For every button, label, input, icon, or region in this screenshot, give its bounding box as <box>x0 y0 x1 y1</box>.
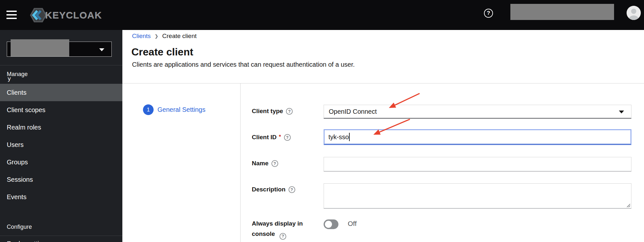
section-divider <box>122 83 644 83</box>
page-title: Create client <box>131 46 193 58</box>
hamburger-menu-icon[interactable] <box>6 11 17 19</box>
caret-down-icon <box>619 111 624 113</box>
name-label: Name ? <box>252 160 278 167</box>
sidebar-item-realm-settings[interactable]: Realm settings <box>7 240 49 242</box>
client-id-value: tyk-sso <box>328 133 349 141</box>
page-subtitle: Clients are applications and services th… <box>132 61 355 68</box>
help-icon[interactable]: ? <box>484 9 493 18</box>
required-asterisk: * <box>279 134 281 140</box>
breadcrumb-link-clients[interactable]: Clients <box>132 33 151 40</box>
realm-name-fragment: y <box>8 75 11 82</box>
chevron-right-icon: ❯ <box>155 34 158 39</box>
sidebar-item-events[interactable]: Events <box>0 188 122 206</box>
text-cursor <box>349 133 350 141</box>
nav-list: Clients Client scopes Realm roles Users … <box>0 84 122 206</box>
username-redaction-box <box>510 4 614 20</box>
sidebar-item-users[interactable]: Users <box>0 136 122 153</box>
sidebar-divider <box>0 236 122 236</box>
client-id-input[interactable]: tyk-sso <box>324 129 631 145</box>
always-display-label: Always display in console ? <box>252 218 307 240</box>
realm-redaction-box <box>11 39 69 56</box>
client-type-value: OpenID Connect <box>329 108 377 115</box>
sidebar-divider <box>0 65 122 65</box>
toggle-knob <box>325 221 332 228</box>
sidebar-item-clients[interactable]: Clients <box>0 84 122 101</box>
help-icon[interactable]: ? <box>286 108 293 115</box>
sidebar-item-groups[interactable]: Groups <box>0 153 122 171</box>
chevron-down-icon <box>99 48 104 51</box>
help-icon[interactable]: ? <box>284 134 291 141</box>
keycloak-admin-console: KEYCLOAK ? y Manage Clients Client scope… <box>0 0 644 242</box>
keycloak-logo[interactable]: KEYCLOAK <box>29 7 102 23</box>
always-display-toggle[interactable] <box>324 219 338 229</box>
breadcrumb: Clients ❯ Create client <box>132 33 196 40</box>
wizard-divider <box>240 83 241 242</box>
name-input[interactable] <box>324 157 631 171</box>
sidebar-item-realm-roles[interactable]: Realm roles <box>0 119 122 136</box>
resize-grip-icon[interactable] <box>626 203 631 208</box>
sidebar-item-sessions[interactable]: Sessions <box>0 171 122 188</box>
top-bar: KEYCLOAK ? <box>0 0 644 30</box>
help-icon[interactable]: ? <box>271 160 278 167</box>
breadcrumb-current: Create client <box>162 33 197 40</box>
toggle-state-label: Off <box>348 220 357 227</box>
main-content: Clients ❯ Create client Create client Cl… <box>122 30 644 242</box>
help-icon[interactable]: ? <box>279 233 286 240</box>
wizard-step-general-settings[interactable]: 1 General Settings <box>143 104 205 115</box>
client-id-label: Client ID * ? <box>252 134 291 141</box>
step-number-badge: 1 <box>143 104 154 115</box>
nav-section-configure: Configure <box>7 224 32 230</box>
step-label: General Settings <box>157 106 205 113</box>
sidebar-nav: y Manage Clients Client scopes Realm rol… <box>0 30 122 242</box>
client-type-label: Client type ? <box>252 108 293 115</box>
sidebar-item-client-scopes[interactable]: Client scopes <box>0 101 122 119</box>
description-textarea[interactable] <box>324 183 631 208</box>
client-type-select[interactable]: OpenID Connect <box>324 105 631 119</box>
brand-wordmark: KEYCLOAK <box>45 10 102 21</box>
avatar-icon[interactable] <box>627 6 641 20</box>
description-label: Description ? <box>252 186 295 193</box>
help-icon[interactable]: ? <box>289 186 295 193</box>
